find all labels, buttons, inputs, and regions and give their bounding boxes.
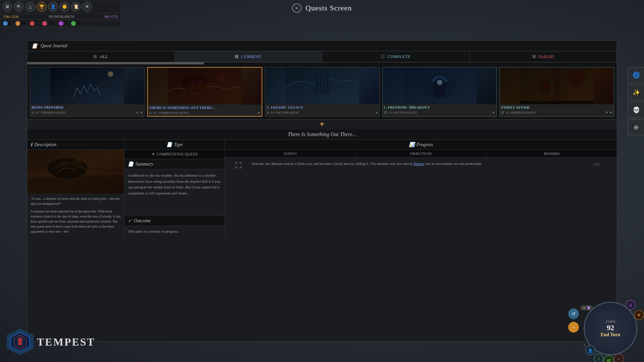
detail-title: There Is Something Out There... xyxy=(27,129,617,140)
description-icon: ℹ xyxy=(31,142,32,147)
ability-right-btn[interactable]: 🌀 xyxy=(628,67,644,83)
family-meta: ☑ 2/2 FORTRESS QUEST ▼ ★ xyxy=(500,110,614,116)
status-square xyxy=(235,162,241,168)
tempest-title: TEMPEST xyxy=(37,336,95,348)
turn-ring-svg: ⚔ ✕ 👤 ? 🌿 ☠ 7 xyxy=(567,288,644,362)
being-prepared-title: BEING PREPARED xyxy=(30,104,144,110)
jailers-meta: ⚙ 0/2 FACTION QUEST ★ xyxy=(265,110,379,116)
skull-right-btn[interactable]: 💀 xyxy=(628,102,644,118)
quest-card-family-affair[interactable]: FAMILY AFFAIR ☑ 2/2 FORTRESS QUEST ▼ ★ xyxy=(499,67,614,117)
helmet-icon-btn[interactable]: ⛑ xyxy=(14,2,24,12)
gold-stat: 13k(+224) xyxy=(3,14,19,18)
freedom-progress: 1/1 xyxy=(388,111,392,114)
panel-title-icon: 📋 xyxy=(31,43,38,49)
tab-complete[interactable]: ☑ COMPLETE xyxy=(322,51,470,62)
quest-img-being-prepared-svg xyxy=(30,67,144,104)
svg-text:?: ? xyxy=(598,357,600,361)
hadow-link[interactable]: Hadow xyxy=(414,162,424,166)
magic-right-btn[interactable]: ✨ xyxy=(628,84,644,101)
triangle-icon-btn[interactable]: △ xyxy=(25,2,35,12)
freedom-pin: ★ xyxy=(492,111,495,114)
type-header: 📄 Type xyxy=(124,140,225,150)
summary-text: Unaffected by the sea weather, the Sea M… xyxy=(124,169,225,216)
svg-point-16 xyxy=(569,69,585,86)
description-image-svg xyxy=(27,150,124,193)
detail-container: ℹ Description xyxy=(27,140,617,237)
summary-icon: 📄 xyxy=(128,161,133,167)
right-side-buttons: 🌀 ✨ 💀 ⊕ xyxy=(628,67,644,135)
top-icons-row: 🏛 ⛑ △ 🏆 👤 ✊ 📜 👁 xyxy=(0,0,120,13)
city-icon-btn[interactable]: 🏛 xyxy=(2,2,12,12)
svg-point-5 xyxy=(216,73,226,83)
mana-stat: 3k(+175) xyxy=(104,14,118,18)
quest-card-being-prepared[interactable]: BEING PREPARED ⊟ 0/1 FORTRESS QUEST ▼ ★ xyxy=(30,67,145,117)
outcome-text: This quest is currently in progress. xyxy=(124,226,225,237)
svg-rect-18 xyxy=(545,84,548,89)
type-badge-icon: ✦ xyxy=(152,152,155,157)
summary-header: 📄 Summary xyxy=(124,159,225,169)
tab-all[interactable]: ⊞ ALL xyxy=(27,51,175,62)
scroll-thumb xyxy=(27,62,204,64)
tempest-logo: TEMPEST xyxy=(7,328,95,355)
quest-cards-row: BEING PREPARED ⊟ 0/1 FORTRESS QUEST ▼ ★ xyxy=(27,64,617,120)
resource-iron: 100 xyxy=(42,21,54,26)
scroll-icon-btn[interactable]: 📜 xyxy=(71,2,81,12)
reward-subheader: REWARD xyxy=(486,150,617,157)
quest-card-something-out-there[interactable]: THERE IS SOMETHING OUT THERE... ⊟ 0/1 CO… xyxy=(147,67,263,117)
description-column: ℹ Description xyxy=(27,140,124,237)
tab-failed[interactable]: ⊠ FAILED xyxy=(470,51,617,62)
jailers-title: 5. JAILERS' LEGACY xyxy=(265,104,379,110)
crystal-icon xyxy=(59,21,63,26)
quest-img-jailers-svg xyxy=(265,67,379,104)
something-type: COMPETITIVE QUEST xyxy=(158,111,189,115)
quest-img-freedom xyxy=(383,67,497,104)
summary-label: Summary xyxy=(136,162,153,167)
top-stats-row: 13k(+224) NO RESEARCH 3k(+175) xyxy=(0,13,120,20)
being-prepared-progress: 0/1 xyxy=(36,111,40,114)
fist-icon-btn[interactable]: ✊ xyxy=(59,2,69,12)
type-badge: ✦ COMPETITIVE QUEST xyxy=(124,150,225,159)
freedom-meta: ☑ 1/1 FACTION QUEST ★ xyxy=(383,110,497,116)
tabs-row: ⊞ ALL ⊟ CURRENT ☑ COMPLETE ⊠ FAILED xyxy=(27,51,617,62)
person-icon-btn[interactable]: 👤 xyxy=(48,2,58,12)
nature-value: 41 xyxy=(77,21,81,26)
something-out-there-meta: ⊟ 0/1 COMPETITIVE QUEST ★ xyxy=(148,110,262,116)
quest-img-jailers xyxy=(265,67,379,104)
tempest-hex-svg xyxy=(10,332,30,352)
all-tab-label: ALL xyxy=(100,54,108,59)
jailers-pin: ★ xyxy=(375,111,378,114)
fire-icon xyxy=(30,21,35,26)
quest-card-jailers-legacy[interactable]: 5. JAILERS' LEGACY ⚙ 0/2 FACTION QUEST ★ xyxy=(265,67,380,117)
status-subheader: STATUS xyxy=(225,150,356,157)
quest-card-freedom-breakout[interactable]: 1. FREEDOM / BREAKOUT ☑ 1/1 FACTION QUES… xyxy=(382,67,497,117)
something-progress: 0/1 xyxy=(153,111,157,115)
description-label: Description xyxy=(34,142,56,147)
objective-text-1: Find the Sea Monster before it finds you… xyxy=(252,162,414,166)
eye-icon-btn[interactable]: 👁 xyxy=(82,2,92,12)
being-prepared-meta: ⊟ 0/1 FORTRESS QUEST ▼ ★ xyxy=(30,110,144,116)
trophy-icon-btn[interactable]: 🏆 xyxy=(37,2,47,12)
objective-cell: Find the Sea Monster before it finds you… xyxy=(252,161,577,168)
type-badge-value: COMPETITIVE QUEST xyxy=(157,152,198,157)
quest-img-family-svg xyxy=(500,67,614,104)
panel-title-bar: 📋 Quest Journal xyxy=(27,41,617,51)
freedom-type: FACTION QUEST xyxy=(393,111,417,114)
scroll-indicator[interactable] xyxy=(27,62,617,64)
wood-icon xyxy=(15,21,20,26)
plus-right-btn[interactable]: ⊕ xyxy=(628,119,644,135)
all-tab-icon: ⊞ xyxy=(93,54,97,59)
iron-value: 100 xyxy=(48,21,54,26)
type-header-icon: 📄 xyxy=(166,142,172,147)
quest-img-something-out-there xyxy=(148,68,262,105)
tab-current[interactable]: ⊟ CURRENT xyxy=(175,51,322,62)
jailers-progress: 0/2 xyxy=(271,111,275,114)
quest-img-being-prepared xyxy=(30,67,144,104)
resource-crystal: 3 xyxy=(59,21,66,26)
quest-screen-header: ✕ Quests Screen xyxy=(285,0,359,16)
svg-point-14 xyxy=(437,80,442,85)
svg-point-21 xyxy=(90,154,98,162)
progress-row-1: Find the Sea Monster before it finds you… xyxy=(225,158,617,172)
close-button[interactable]: ✕ xyxy=(292,3,302,13)
progress-column: 📊 Progress STATUS OBJECTIVES REWARD Find… xyxy=(225,140,617,237)
type-header-label: Type xyxy=(174,142,183,147)
